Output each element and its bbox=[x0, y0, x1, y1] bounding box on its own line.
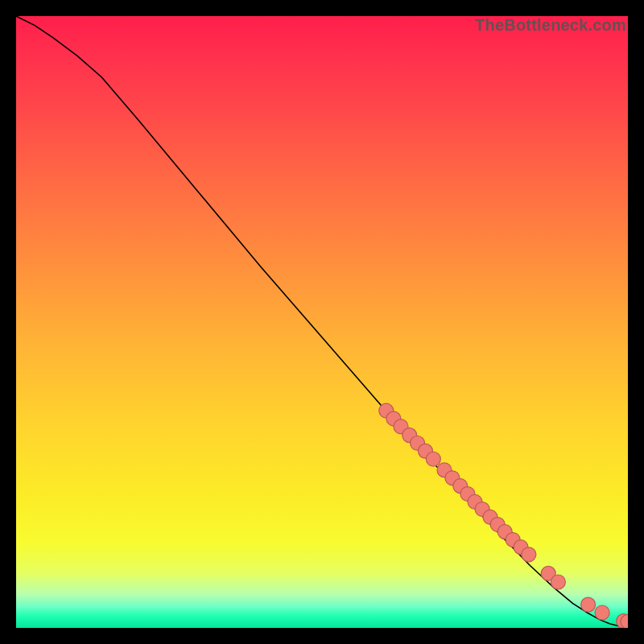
chart-overlay-svg bbox=[16, 16, 628, 628]
data-point bbox=[551, 575, 565, 589]
data-point bbox=[595, 605, 609, 620]
data-point bbox=[522, 547, 536, 562]
plot-area: TheBottleneck.com bbox=[16, 16, 628, 628]
data-point bbox=[426, 452, 440, 466]
highlighted-points bbox=[379, 403, 628, 628]
bottleneck-curve bbox=[16, 16, 628, 627]
chart-stage: TheBottleneck.com bbox=[0, 0, 644, 644]
data-point bbox=[581, 597, 596, 612]
